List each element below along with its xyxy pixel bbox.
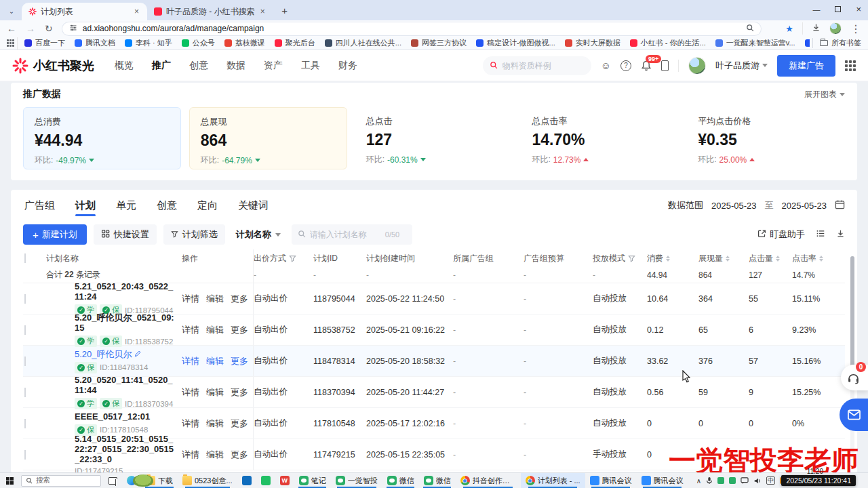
apps-grid-icon[interactable] xyxy=(7,39,14,47)
downloads-icon[interactable] xyxy=(812,22,821,35)
action-更多[interactable]: 更多 xyxy=(231,449,248,461)
speaker-icon[interactable] xyxy=(753,477,762,485)
action-详情[interactable]: 详情 xyxy=(182,418,199,430)
taskbar-search[interactable]: 搜索 xyxy=(18,473,104,488)
ime-indicator[interactable]: 中 xyxy=(766,476,775,485)
row-checkbox[interactable] xyxy=(24,388,26,397)
taskbar-item-微信[interactable]: 微信 xyxy=(382,473,419,488)
window-maximize-button[interactable] xyxy=(835,6,841,12)
taskbar-item-计划列表 - ...[interactable]: 计划列表 - ... xyxy=(521,473,585,488)
bookmark-item[interactable]: 百度一下 xyxy=(20,37,69,49)
row-checkbox[interactable] xyxy=(24,357,26,366)
date-from[interactable]: 2025-05-23 xyxy=(711,201,757,211)
bookmark-star-icon[interactable]: ★ xyxy=(785,24,793,34)
plan-filter-button[interactable]: 计划筛选 xyxy=(163,224,225,245)
action-更多[interactable]: 更多 xyxy=(231,293,248,305)
browser-tab[interactable]: 叶子品质游 - 小红书搜索× xyxy=(147,3,273,20)
notification-bell-icon[interactable]: 99+ xyxy=(641,60,652,71)
nav-item-财务[interactable]: 财务 xyxy=(338,60,357,72)
action-更多[interactable]: 更多 xyxy=(231,386,248,399)
action-详情[interactable]: 详情 xyxy=(182,324,199,336)
action-更多[interactable]: 更多 xyxy=(231,355,248,367)
select-all-checkbox[interactable] xyxy=(23,253,46,263)
help-icon[interactable]: ? xyxy=(620,60,631,71)
new-plan-button[interactable]: +新建计划 xyxy=(23,224,87,245)
taskbar-item-0523创意...[interactable]: 0523创意... xyxy=(178,473,237,488)
tab-close-icon[interactable]: × xyxy=(259,7,267,16)
taskbar-item-笔记[interactable]: 笔记 xyxy=(294,473,331,488)
plan-name[interactable]: 5.20_0520_11:41_0520_11:44 xyxy=(75,375,176,395)
app-grid-menu-icon[interactable] xyxy=(845,60,856,71)
date-to[interactable]: 2025-05-23 xyxy=(782,201,827,211)
account-menu[interactable]: 叶子品质游 xyxy=(715,60,768,72)
action-编辑[interactable]: 编辑 xyxy=(206,418,224,430)
action-编辑[interactable]: 编辑 xyxy=(206,386,224,399)
account-avatar[interactable] xyxy=(688,57,706,75)
row-checkbox[interactable] xyxy=(24,450,26,460)
action-更多[interactable]: 更多 xyxy=(231,324,248,336)
plan-search[interactable]: 0/50 xyxy=(292,224,412,245)
zoom-icon[interactable] xyxy=(746,24,754,34)
action-编辑[interactable]: 编辑 xyxy=(206,449,224,461)
task-view-button[interactable] xyxy=(104,473,122,488)
tray-expand-icon[interactable]: ∧ xyxy=(696,477,701,485)
all-bookmarks-button[interactable]: 所有书签 xyxy=(812,38,861,48)
row-checkbox[interactable] xyxy=(24,294,26,304)
nav-item-概览[interactable]: 概览 xyxy=(115,60,134,72)
action-编辑[interactable]: 编辑 xyxy=(206,324,224,336)
bookmark-item[interactable]: 稿定设计-做图做视... xyxy=(801,37,810,49)
tab-创意[interactable]: 创意 xyxy=(155,194,178,218)
action-详情[interactable]: 详情 xyxy=(182,293,199,305)
taskbar-clock-time[interactable]: 11:20 xyxy=(807,468,823,475)
window-minimize-button[interactable]: — xyxy=(812,5,820,14)
tab-close-icon[interactable]: × xyxy=(133,7,140,16)
bookmark-item[interactable]: 四川人社在线公共... xyxy=(321,37,406,49)
bookmark-item[interactable]: 小红书 - 你的生活... xyxy=(626,37,710,49)
forward-button[interactable]: → xyxy=(26,23,35,34)
nav-item-推广[interactable]: 推广 xyxy=(152,60,171,72)
plan-name[interactable]: 5.14_0515_20:51_0515_22:27_0515_22:30_05… xyxy=(75,434,176,464)
action-更多[interactable]: 更多 xyxy=(231,418,248,430)
header-search-input[interactable] xyxy=(502,61,570,70)
expand-chart-link[interactable]: 展开图表 xyxy=(804,89,845,100)
action-详情[interactable]: 详情 xyxy=(182,386,199,399)
plan-name[interactable]: EEEE_0517_12:01 xyxy=(75,411,176,422)
action-详情[interactable]: 详情 xyxy=(182,449,199,461)
tab-单元[interactable]: 单元 xyxy=(115,194,138,218)
site-settings-icon[interactable] xyxy=(69,24,77,34)
taskbar-item-微信[interactable]: 微信 xyxy=(419,473,456,488)
taskbar-item-wps[interactable]: W xyxy=(275,473,294,488)
plan-name-editable[interactable]: 5.20_呼伦贝尔 xyxy=(75,349,176,359)
plan-search-input[interactable] xyxy=(310,230,381,239)
taskbar-item-腾讯会议[interactable]: 腾讯会议 xyxy=(637,473,688,488)
action-编辑[interactable]: 编辑 xyxy=(206,355,224,367)
bookmark-item[interactable]: 实时大屏数据 xyxy=(561,37,625,49)
message-center-button[interactable] xyxy=(840,399,868,431)
bookmark-item[interactable]: 一觉醒来智慧运营v... xyxy=(711,37,800,49)
chat-tray-icon[interactable] xyxy=(741,477,749,485)
browser-tab[interactable]: 计划列表× xyxy=(22,3,147,20)
back-button[interactable]: ← xyxy=(7,23,16,34)
action-详情[interactable]: 详情 xyxy=(182,355,199,367)
sort-icon[interactable] xyxy=(666,256,670,262)
bookmark-item[interactable]: 腾讯文档 xyxy=(71,37,119,49)
microphone-icon[interactable] xyxy=(706,476,713,485)
filter-funnel-icon[interactable] xyxy=(628,255,635,262)
monitor-assistant-link[interactable]: 盯盘助手 xyxy=(757,228,805,241)
tab-关键词[interactable]: 关键词 xyxy=(237,194,270,218)
reload-button[interactable]: ↻ xyxy=(45,23,53,34)
tab-广告组[interactable]: 广告组 xyxy=(23,194,56,218)
bookmark-item[interactable]: 网签三方协议 xyxy=(407,37,471,49)
action-编辑[interactable]: 编辑 xyxy=(206,293,224,305)
sort-icon[interactable] xyxy=(726,256,730,262)
bookmark-item[interactable]: 稿定设计-做图做视... xyxy=(472,37,559,49)
tab-定向[interactable]: 定向 xyxy=(196,194,219,218)
taskbar-item-抖音创作者...[interactable]: 抖音创作者... xyxy=(456,473,521,488)
calendar-icon[interactable] xyxy=(835,199,845,211)
wechat-tray-icon[interactable] xyxy=(717,477,724,484)
plan-name[interactable]: 5.21_0521_20:43_0522_11:24 xyxy=(75,281,176,302)
nav-item-创意[interactable]: 创意 xyxy=(189,60,208,72)
window-close-button[interactable]: × xyxy=(856,4,861,14)
tab-计划[interactable]: 计划 xyxy=(74,194,97,218)
new-tab-button[interactable]: + xyxy=(277,3,292,18)
